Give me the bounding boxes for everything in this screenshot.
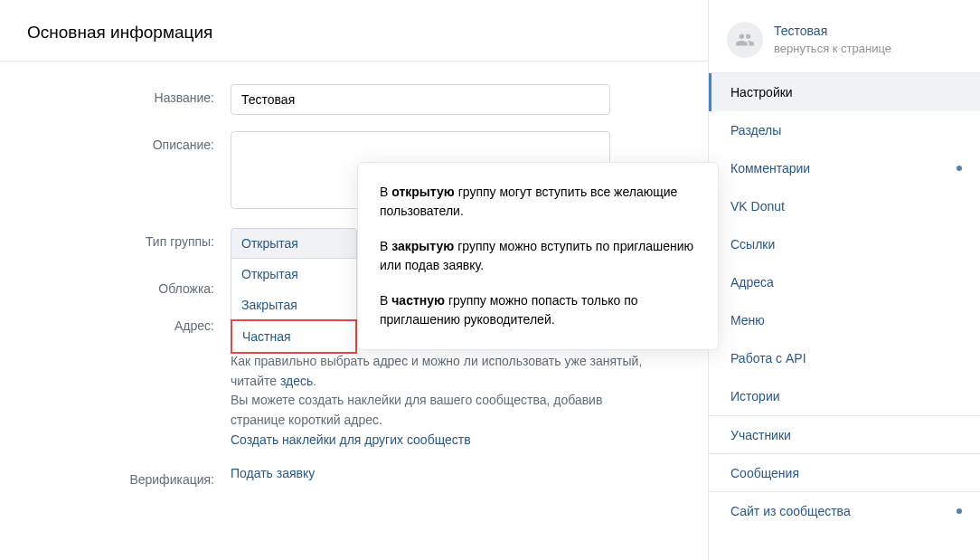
main-panel: Основная информация Название: Описание: … (0, 0, 709, 560)
nav-item-label: Сообщения (730, 466, 799, 480)
group-type-option-private[interactable]: Частная (231, 319, 357, 354)
label-verification: Верификация: (27, 466, 231, 487)
nav-item-8[interactable]: Истории (709, 377, 980, 415)
address-help-link[interactable]: здесь (280, 374, 313, 388)
label-cover: Обложка: (27, 275, 231, 296)
nav-item-label: VK Donut (730, 199, 785, 214)
nav-item-1[interactable]: Разделы (709, 111, 980, 149)
row-address-help: Как правильно выбрать адрес и можно ли и… (27, 350, 681, 450)
notification-dot-icon (956, 508, 962, 514)
community-icon (735, 30, 755, 50)
address-help-text: Как правильно выбрать адрес и можно ли и… (231, 352, 655, 450)
nav-item-label: Комментарии (730, 161, 810, 176)
nav-item-label: Адреса (730, 275, 774, 289)
nav-item-9[interactable]: Участники (709, 415, 980, 453)
label-name: Название: (27, 84, 231, 105)
group-type-select[interactable]: Открытая (231, 228, 357, 259)
sidebar-nav: НастройкиРазделыКомментарииVK DonutСсылк… (709, 72, 980, 529)
row-name: Название: (27, 84, 681, 115)
sidebar: Тестовая вернуться к странице НастройкиР… (709, 0, 980, 560)
nav-item-0[interactable]: Настройки (709, 73, 980, 111)
nav-item-label: Участники (730, 428, 791, 442)
nav-item-label: Настройки (730, 85, 793, 100)
nav-item-6[interactable]: Меню (709, 301, 980, 339)
label-group-type: Тип группы: (27, 228, 231, 249)
nav-item-label: Меню (730, 313, 765, 327)
nav-item-label: Ссылки (730, 237, 775, 252)
nav-item-label: Работа с API (730, 351, 806, 365)
nav-item-2[interactable]: Комментарии (709, 149, 980, 187)
nav-item-11[interactable]: Сайт из сообщества (709, 491, 980, 529)
nav-item-label: Разделы (730, 123, 781, 138)
nav-item-7[interactable]: Работа с API (709, 339, 980, 377)
group-type-dropdown: Открытая Закрытая Частная (231, 259, 357, 354)
sidebar-header[interactable]: Тестовая вернуться к странице (709, 11, 980, 72)
group-type-option-open[interactable]: Открытая (231, 259, 356, 289)
nav-item-label: Сайт из сообщества (730, 504, 851, 518)
verification-link[interactable]: Подать заявку (231, 466, 315, 480)
avatar (727, 22, 763, 58)
sidebar-group-name: Тестовая (774, 23, 891, 41)
nav-item-5[interactable]: Адреса (709, 263, 980, 301)
label-address: Адрес: (27, 312, 231, 333)
group-type-option-closed[interactable]: Закрытая (231, 289, 356, 320)
nav-item-3[interactable]: VK Donut (709, 187, 980, 225)
nav-item-4[interactable]: Ссылки (709, 225, 980, 263)
nav-item-10[interactable]: Сообщения (709, 453, 980, 491)
label-description: Описание: (27, 131, 231, 152)
name-input[interactable] (231, 84, 610, 115)
sidebar-return-link[interactable]: вернуться к странице (774, 41, 891, 57)
page-title: Основная информация (0, 0, 708, 62)
create-stickers-link[interactable]: Создать наклейки для других сообществ (231, 432, 471, 447)
form-area: Название: Описание: Тип группы: Открытая… (0, 62, 708, 526)
group-type-selected-value: Открытая (241, 236, 298, 251)
nav-item-label: Истории (730, 389, 780, 403)
group-type-tooltip: В открытую группу могут вступить все жел… (357, 162, 719, 350)
notification-dot-icon (956, 166, 962, 171)
row-verification: Верификация: Подать заявку (27, 466, 681, 487)
